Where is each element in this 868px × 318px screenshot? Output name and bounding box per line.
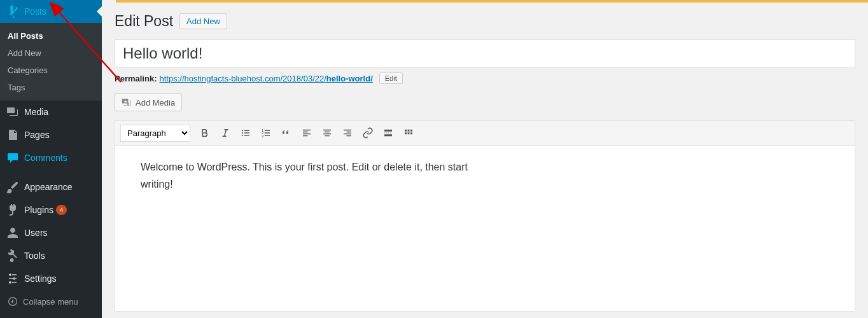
svg-point-2 [9,273,11,276]
align-center-button[interactable] [318,123,337,142]
editor-box: Paragraph 123 Welcome to WordPress. This… [115,120,855,312]
page-title: Edit Post [115,13,173,30]
toolbar-toggle-button[interactable] [399,123,418,142]
svg-text:3: 3 [262,134,263,138]
camera-icon [122,97,132,107]
svg-rect-14 [410,130,412,132]
editor-toolbar: Paragraph 123 [115,121,855,146]
menu-media-label: Media [24,107,48,117]
menu-appearance-label: Appearance [24,182,73,192]
svg-rect-17 [410,132,412,134]
edit-slug-button[interactable]: Edit [379,73,403,84]
admin-sidebar: Posts All Posts Add New Categories Tags … [0,0,102,318]
submenu-tags[interactable]: Tags [0,79,102,96]
plugins-badge: 4 [56,205,67,215]
user-icon [6,226,19,239]
post-title-input[interactable] [115,39,855,67]
posts-submenu: All Posts Add New Categories Tags [0,23,102,100]
menu-pages-label: Pages [24,130,50,140]
editor-content[interactable]: Welcome to WordPress. This is your first… [115,146,855,311]
comment-icon [6,151,19,164]
menu-tools-label: Tools [24,251,45,261]
submenu-categories[interactable]: Categories [0,62,102,79]
media-icon [6,106,19,118]
svg-rect-12 [405,130,407,132]
blockquote-button[interactable] [277,123,296,142]
italic-button[interactable] [216,123,235,142]
permalink-row: Permalink: https://hostingfacts-bluehost… [115,67,855,93]
menu-comments[interactable]: Comments [0,146,102,169]
menu-appearance[interactable]: Appearance [0,176,102,198]
svg-point-8 [242,135,243,136]
menu-tools[interactable]: Tools [0,244,102,267]
menu-settings[interactable]: Settings [0,267,102,290]
brush-icon [6,181,19,193]
menu-posts-label: Posts [24,6,46,17]
add-media-label: Add Media [136,98,175,107]
collapse-menu[interactable]: Collapse menu [0,290,102,313]
permalink-label: Permalink: [115,74,157,83]
bullet-list-button[interactable] [236,123,255,142]
readmore-button[interactable] [379,123,398,142]
menu-users[interactable]: Users [0,221,102,244]
submenu-all-posts[interactable]: All Posts [0,27,102,45]
svg-point-7 [242,132,243,134]
link-button[interactable] [358,123,377,142]
svg-point-3 [13,277,15,280]
menu-pages[interactable]: Pages [0,123,102,146]
svg-rect-15 [405,132,407,134]
svg-point-6 [242,130,243,131]
format-select[interactable]: Paragraph [120,125,190,142]
bold-button[interactable] [195,123,214,142]
editor-paragraph: Welcome to WordPress. This is your first… [141,158,497,193]
menu-settings-label: Settings [24,273,57,284]
svg-rect-16 [408,132,410,134]
tab-orange-indicator [116,0,868,3]
add-new-button[interactable]: Add New [179,13,227,29]
svg-point-4 [9,281,11,284]
page-icon [6,128,19,141]
align-left-button[interactable] [297,123,316,142]
numbered-list-button[interactable]: 123 [256,123,276,142]
menu-users-label: Users [24,228,48,238]
page-header: Edit Post Add New [115,0,855,39]
align-right-button[interactable] [338,123,357,142]
permalink-link[interactable]: https://hostingfacts-bluehost.com/2018/0… [159,74,372,83]
wrench-icon [6,249,19,262]
plugin-icon [6,204,19,216]
main-content: Edit Post Add New Permalink: https://hos… [102,0,868,318]
add-media-button[interactable]: Add Media [115,93,182,111]
submenu-add-new[interactable]: Add New [0,45,102,62]
collapse-icon [6,295,19,308]
menu-media[interactable]: Media [0,100,102,123]
svg-rect-13 [408,130,410,132]
settings-icon [6,272,19,285]
menu-plugins[interactable]: Plugins 4 [0,198,102,221]
menu-comments-label: Comments [24,153,67,163]
collapse-label: Collapse menu [23,297,78,307]
pushpin-icon [6,5,19,18]
menu-plugins-label: Plugins [24,205,53,215]
menu-posts[interactable]: Posts [0,0,102,23]
